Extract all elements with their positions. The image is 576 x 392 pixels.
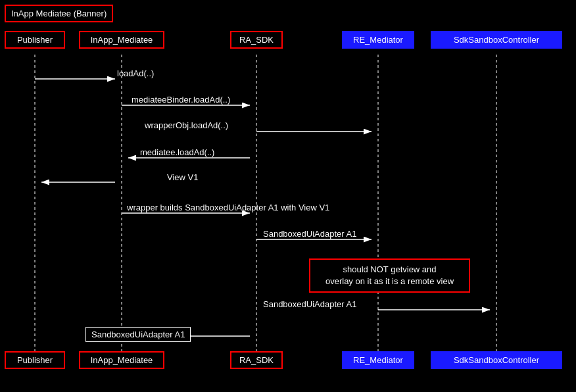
ra-sdk-bot-box: RA_SDK — [230, 351, 283, 369]
sandboxed-ui-adapter-1-label: SandboxedUiAdapter A1 — [263, 229, 356, 239]
mediatee-binder-label: mediateeBinder.loadAd(..) — [132, 95, 230, 105]
view-v1-label: View V1 — [167, 172, 198, 182]
sandboxed-ui-adapter-2-label: SandboxedUiAdapter A1 — [263, 299, 356, 309]
load-ad-label: loadAd(..) — [117, 68, 154, 78]
sandboxed-ui-adapter-3-label: SandboxedUiAdapter A1 — [85, 327, 191, 342]
publisher-top-box: Publisher — [5, 31, 65, 49]
re-mediator-top-box: RE_Mediator — [342, 31, 414, 49]
re-mediator-bot-box: RE_Mediator — [342, 351, 414, 369]
mediatee-load-ad-label: mediatee.loadAd(..) — [140, 147, 214, 157]
title-box: InApp Mediatee (Banner) — [5, 5, 113, 22]
wrapper-obj-label: wrapperObj.loadAd(..) — [145, 120, 228, 130]
sdk-sandbox-bot-box: SdkSandboxController — [431, 351, 562, 369]
inapp-mediatee-top-box: InApp_Mediatee — [79, 31, 164, 49]
wrapper-builds-label: wrapper builds SandboxedUiAdapter A1 wit… — [127, 203, 329, 212]
inapp-mediatee-bot-box: InApp_Mediatee — [79, 351, 164, 369]
ra-sdk-top-box: RA_SDK — [230, 31, 283, 49]
sdk-sandbox-top-box: SdkSandboxController — [431, 31, 562, 49]
note-box: should NOT getview and overlay on it as … — [309, 258, 470, 293]
title-text: InApp Mediatee (Banner) — [11, 9, 107, 18]
publisher-bot-box: Publisher — [5, 351, 65, 369]
